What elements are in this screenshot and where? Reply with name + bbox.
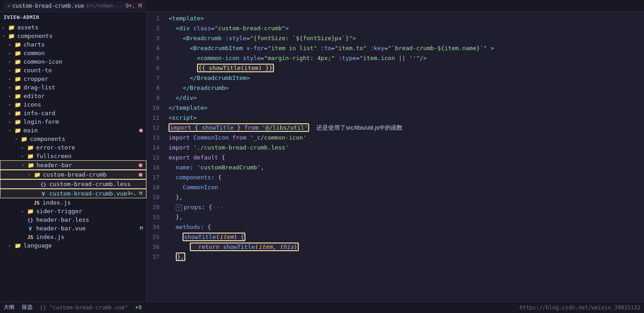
js-icon: JS [33, 199, 41, 206]
sidebar-item-assets[interactable]: ▸📁assets [0, 23, 146, 32]
folder-icon: 📁 [14, 59, 22, 65]
code-line-34: methods: { [169, 222, 644, 232]
sidebar-item-icons[interactable]: ▸📁icons [0, 100, 146, 109]
sidebar-item-language[interactable]: ▸📁language [0, 241, 146, 250]
code-editor[interactable]: 1234567891011121314151617181920333435363… [147, 12, 644, 301]
sidebar-item-label: editor [24, 93, 45, 99]
sidebar-item-label: error-store [36, 144, 75, 151]
line-number-18: 18 [147, 182, 160, 192]
sidebar-item-main[interactable]: ▾📁main [0, 126, 146, 135]
code-line-7: </BreadcrumbItem> [169, 73, 644, 83]
code-line-9: </div> [169, 93, 644, 103]
code-line-10: </template> [169, 103, 644, 113]
sidebar-item-label: index.js [36, 234, 65, 240]
sidebar-item-cropper[interactable]: ▸📁cropper [0, 75, 146, 83]
line-number-15: 15 [147, 153, 160, 163]
chevron-icon: ▸ [6, 111, 14, 116]
folder-icon: 📁 [14, 76, 22, 82]
sidebar-item-index-js-inner[interactable]: JSindex.js [0, 198, 146, 207]
outline-label[interactable]: 大纲 [4, 304, 14, 311]
sidebar-item-label: main [24, 127, 38, 134]
sidebar-item-header-bar-vue[interactable]: Vheader-bar.vueM [0, 224, 146, 233]
modified-badge [139, 129, 143, 132]
line-number-33: 33 [147, 212, 160, 222]
sidebar-item-info-card[interactable]: ▸📁info-card [0, 109, 146, 117]
code-line-17: components: { [169, 173, 644, 182]
sidebar-item-drag-list[interactable]: ▸📁drag-list [0, 83, 146, 92]
sidebar-item-index-js[interactable]: JSindex.js [0, 233, 146, 241]
sidebar-item-label: assets [17, 24, 38, 31]
line-number-17: 17 [147, 173, 160, 182]
sidebar-item-label: icons [24, 101, 41, 108]
sidebar-item-editor[interactable]: ▸📁editor [0, 92, 146, 100]
chevron-icon: ▸ [6, 85, 14, 90]
code-line-20: +props: {··· [169, 202, 644, 212]
line-number-8: 8 [147, 83, 160, 93]
folder-icon: 📁 [27, 162, 35, 168]
folder-icon: 📁 [14, 119, 22, 125]
chevron-icon: ▸ [6, 59, 14, 64]
sidebar-item-custom-bread-crumb-less[interactable]: {}custom-bread-crumb.less [0, 179, 146, 189]
line-number-20: 20 [147, 202, 160, 212]
sidebar-item-custom-bread-crumb-vue[interactable]: Vcustom-bread-crumb.vue9+, M [0, 189, 146, 198]
code-line-3: <Breadcrumb :style="{fontSize: `${fontSi… [169, 33, 644, 43]
sidebar-item-common-icon[interactable]: ▸📁common-icon [0, 57, 146, 66]
code-line-6: {{ showTitle(item) }} [169, 63, 644, 73]
sidebar-item-label: custom-bread-crumb [43, 171, 107, 178]
sidebar-item-label: custom-bread-crumb.vue [49, 190, 127, 197]
line-number-4: 4 [147, 43, 160, 53]
status-left: 大纲 筛选 {} "custom-bread-crumb.vue" +9 [4, 304, 142, 311]
sidebar-item-header-bar[interactable]: ▾📁header-bar [0, 160, 146, 170]
chevron-icon: ▸ [6, 119, 14, 124]
status-right: https://blog.csdn.net/weixin_39015132 [520, 304, 640, 311]
sidebar-item-sider-trigger[interactable]: ▸📁sider-trigger [0, 207, 146, 215]
line-number-12: 12 [147, 123, 160, 133]
line-number-13: 13 [147, 133, 160, 143]
chevron-icon: ▸ [19, 145, 26, 150]
sidebar-item-custom-bread-crumb[interactable]: ▾📁custom-bread-crumb [0, 170, 146, 179]
modified-count: +9 [135, 304, 141, 311]
sidebar-item-count-to[interactable]: ▸📁count-to [0, 66, 146, 75]
line-number-7: 7 [147, 73, 160, 83]
code-line-1: <template> [169, 14, 644, 23]
sidebar-item-label: components [17, 33, 52, 39]
folder-icon: 📁 [14, 243, 22, 249]
tab-path: src/compo... [86, 3, 122, 9]
sidebar-item-charts[interactable]: ▸📁charts [0, 40, 146, 49]
folder-icon: 📁 [14, 110, 22, 117]
sidebar-item-main-components[interactable]: ▾📁components [0, 135, 146, 143]
code-line-33: }, [169, 212, 644, 222]
chevron-icon: ▸ [6, 68, 14, 73]
sidebar-item-label: count-to [24, 67, 52, 74]
sidebar-item-header-bar-less[interactable]: {}header-bar.less [0, 215, 146, 224]
sidebar: IVIEW-ADMIN ▸📁assets▾📁components▸📁charts… [0, 12, 147, 301]
line-number-35: 35 [147, 232, 160, 242]
code-line-14: import './custom-bread-crumb.less' [169, 143, 644, 153]
line-number-6: 6 [147, 63, 160, 73]
file-tree: ▸📁assets▾📁components▸📁charts▸📁common▸📁co… [0, 23, 146, 250]
line-number-14: 14 [147, 143, 160, 153]
chevron-icon: ▾ [6, 128, 14, 133]
folder-icon: 📁 [20, 136, 28, 142]
sidebar-item-error-store[interactable]: ▸📁error-store [0, 143, 146, 152]
code-line-8: </Breadcrumb> [169, 83, 644, 93]
js-icon: JS [26, 234, 34, 240]
filter-label[interactable]: 筛选 [22, 304, 33, 311]
chevron-icon: ▾ [13, 136, 20, 141]
line-number-11: 11 [147, 113, 160, 123]
sidebar-item-fullscreen[interactable]: ▸📁fullscreen [0, 152, 146, 160]
code-line-16: name: 'customBreadCrumb', [169, 163, 644, 173]
line-number-34: 34 [147, 222, 160, 232]
folder-icon: 📁 [14, 127, 22, 134]
vue-icon: V [39, 190, 47, 197]
sidebar-item-common[interactable]: ▸📁common [0, 49, 146, 57]
sidebar-item-components[interactable]: ▾📁components [0, 32, 146, 40]
chevron-icon: ▸ [6, 243, 14, 248]
active-tab[interactable]: ✓ custom-bread-crumb.vue src/compo... 9+… [4, 2, 146, 10]
line-number-16: 16 [147, 163, 160, 173]
chevron-icon: ▸ [6, 102, 14, 107]
less-icon: {} [39, 181, 47, 187]
sidebar-item-login-form[interactable]: ▸📁login-form [0, 117, 146, 126]
sidebar-item-label: index.js [42, 199, 71, 206]
folder-icon: 📁 [14, 67, 22, 74]
